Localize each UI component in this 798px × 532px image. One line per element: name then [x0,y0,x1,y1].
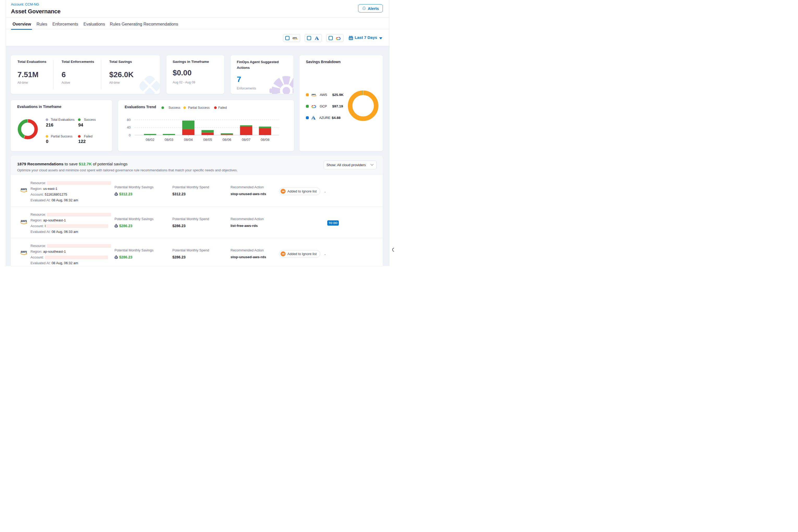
svg-text:08/03: 08/03 [165,138,173,141]
svg-text:08/06: 08/06 [223,138,231,141]
svg-text:aws: aws [21,250,27,253]
svg-text:0: 0 [129,133,131,137]
svg-text:08/07: 08/07 [242,138,251,141]
svg-text:08/05: 08/05 [203,138,212,141]
svg-text:$: $ [115,193,117,195]
svg-text:aws: aws [21,187,27,191]
svg-text:80: 80 [127,118,131,122]
svg-text:08/04: 08/04 [184,138,193,141]
svg-text:aws: aws [292,36,297,39]
svg-text:$: $ [115,225,117,227]
svg-text:40: 40 [127,126,131,129]
svg-text:aws: aws [21,219,27,223]
svg-text:aws: aws [312,93,316,96]
svg-text:$: $ [115,256,117,259]
svg-text:08/02: 08/02 [146,138,155,141]
svg-text:08/08: 08/08 [261,138,269,141]
